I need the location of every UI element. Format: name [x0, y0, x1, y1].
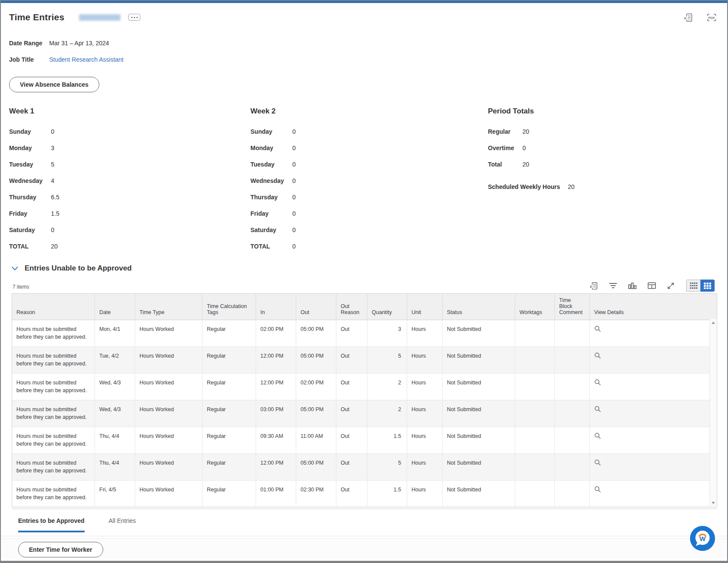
- column-header[interactable]: Time Block Comment: [555, 294, 590, 320]
- week1-day-value: 4: [51, 178, 54, 184]
- week2-day-value: 0: [292, 161, 296, 168]
- page-title: Time Entries: [9, 12, 64, 22]
- week2-day-row: Tuesday0: [250, 161, 296, 168]
- view-details-magnifier-icon[interactable]: [594, 406, 601, 412]
- period-total-label: Overtime: [488, 145, 522, 151]
- tab-entries-to-be-approved[interactable]: Entries to be Approved: [18, 517, 85, 532]
- week1-day-row: Thursday6.5: [9, 194, 59, 201]
- column-header[interactable]: Status: [443, 294, 515, 320]
- cell-worktags: [515, 427, 555, 453]
- cell-quantity: 5: [367, 454, 407, 480]
- cell-unit: Hours: [407, 347, 443, 373]
- workday-assistant-button[interactable]: W: [690, 526, 715, 552]
- table-horizontal-scrollbar[interactable]: [12, 506, 717, 510]
- week2-day-row: Monday0: [250, 145, 296, 151]
- period-summary: Week 1 Sunday0Monday3Tuesday5Wednesday4T…: [1, 107, 727, 262]
- cell-quantity: 2: [367, 400, 407, 427]
- cell-in: 12:00 PM: [256, 454, 296, 480]
- grid-dense-toggle-icon[interactable]: [686, 280, 700, 292]
- cell-worktags: [515, 374, 555, 400]
- related-actions-button[interactable]: [128, 14, 140, 21]
- expand-icon[interactable]: [667, 282, 675, 290]
- svg-text:x: x: [684, 15, 687, 20]
- grid-toggle-icon[interactable]: [700, 280, 715, 292]
- column-header[interactable]: Time Type: [135, 294, 203, 320]
- week1-day-value: 20: [51, 243, 58, 250]
- column-header[interactable]: Quantity: [367, 294, 407, 320]
- view-details-magnifier-icon[interactable]: [594, 325, 601, 332]
- cell-comment: [555, 374, 590, 400]
- column-header[interactable]: Time Calculation Tags: [203, 294, 256, 320]
- cell-view-details: [590, 481, 717, 507]
- week2-day-row: Sunday0: [250, 129, 296, 135]
- column-header[interactable]: View Details: [590, 294, 717, 320]
- period-total-label: Regular: [488, 129, 522, 135]
- items-count: 7 items: [13, 284, 29, 290]
- week1-rows: Sunday0Monday3Tuesday5Wednesday4Thursday…: [9, 129, 59, 250]
- cell-status: Not Submitted: [443, 347, 515, 373]
- cell-status: Not Submitted: [443, 427, 515, 453]
- view-details-magnifier-icon[interactable]: [594, 379, 601, 386]
- period-total-row: Total20: [488, 161, 575, 168]
- cell-tags: Regular: [203, 400, 256, 427]
- table-row: Hours must be submitted before they can …: [12, 320, 717, 346]
- cell-time_type: Hours Worked: [135, 454, 203, 480]
- cell-in: 09:30 AM: [256, 427, 296, 453]
- week2-day-row: Wednesday0: [250, 178, 296, 184]
- cell-comment: [555, 400, 590, 427]
- cell-comment: [555, 347, 590, 373]
- cell-worktags: [515, 481, 555, 507]
- week1-day-value: 5: [51, 161, 54, 168]
- column-header[interactable]: Reason: [12, 294, 95, 320]
- tab-all-entries[interactable]: All Entries: [109, 517, 136, 532]
- week2-day-value: 0: [292, 211, 296, 217]
- table-vertical-scrollbar[interactable]: [709, 319, 717, 507]
- week2-day-row: Friday0: [250, 211, 296, 217]
- filter-icon[interactable]: [609, 282, 617, 289]
- view-absence-balances-button[interactable]: View Absence Balances: [9, 77, 99, 92]
- cell-date: Tue, 4/2: [95, 347, 135, 373]
- cell-comment: [555, 427, 590, 453]
- export-excel-icon[interactable]: x: [684, 13, 693, 22]
- cell-out: 05:00 PM: [296, 347, 336, 373]
- entries-table: ReasonDateTime TypeTime Calculation Tags…: [12, 293, 717, 507]
- bottom-tabs: Entries to be ApprovedAll Entries: [18, 517, 136, 532]
- column-settings-icon[interactable]: [647, 281, 656, 290]
- view-details-magnifier-icon[interactable]: [594, 459, 601, 466]
- chevron-down-icon[interactable]: [12, 266, 18, 271]
- week2-day-value: 0: [292, 145, 296, 151]
- column-header[interactable]: Date: [95, 294, 135, 320]
- week1-day-value: 0: [51, 227, 54, 233]
- column-header[interactable]: Out Reason: [336, 294, 367, 320]
- column-header[interactable]: Worktags: [515, 294, 555, 320]
- view-details-magnifier-icon[interactable]: [594, 486, 601, 493]
- cell-reason: Hours must be submitted before they can …: [12, 400, 95, 427]
- cell-reason: Hours must be submitted before they can …: [12, 320, 95, 346]
- cell-tags: Regular: [203, 320, 256, 346]
- enter-time-for-worker-button[interactable]: Enter Time for Worker: [18, 542, 103, 557]
- week2-day-label: Friday: [250, 211, 292, 217]
- grid-export-excel-icon[interactable]: x: [589, 281, 598, 290]
- export-pdf-icon[interactable]: PDF: [706, 13, 717, 22]
- week1-day-label: Sunday: [9, 129, 51, 135]
- column-header[interactable]: In: [256, 294, 296, 320]
- bar-chart-icon[interactable]: [628, 281, 637, 290]
- week1-day-row: Friday1.5: [9, 211, 59, 217]
- cell-reason: Hours must be submitted before they can …: [12, 427, 95, 453]
- job-title-link[interactable]: Student Research Assistant: [49, 56, 123, 63]
- week1-day-row: Monday3: [9, 145, 59, 151]
- tabs-divider: [2, 536, 726, 536]
- view-details-magnifier-icon[interactable]: [594, 352, 601, 359]
- scroll-down-arrow-icon[interactable]: [712, 502, 715, 504]
- cell-date: Thu, 4/4: [95, 454, 135, 480]
- scroll-up-arrow-icon[interactable]: [712, 321, 715, 324]
- column-header[interactable]: Unit: [407, 294, 443, 320]
- cell-view-details: [590, 320, 717, 346]
- week1-day-label: Tuesday: [9, 161, 51, 168]
- cell-comment: [555, 320, 590, 346]
- week1-day-value: 6.5: [51, 194, 59, 201]
- cell-out_reason: Out: [336, 347, 367, 373]
- view-details-magnifier-icon[interactable]: [594, 432, 601, 439]
- cell-unit: Hours: [407, 374, 443, 400]
- column-header[interactable]: Out: [296, 294, 336, 320]
